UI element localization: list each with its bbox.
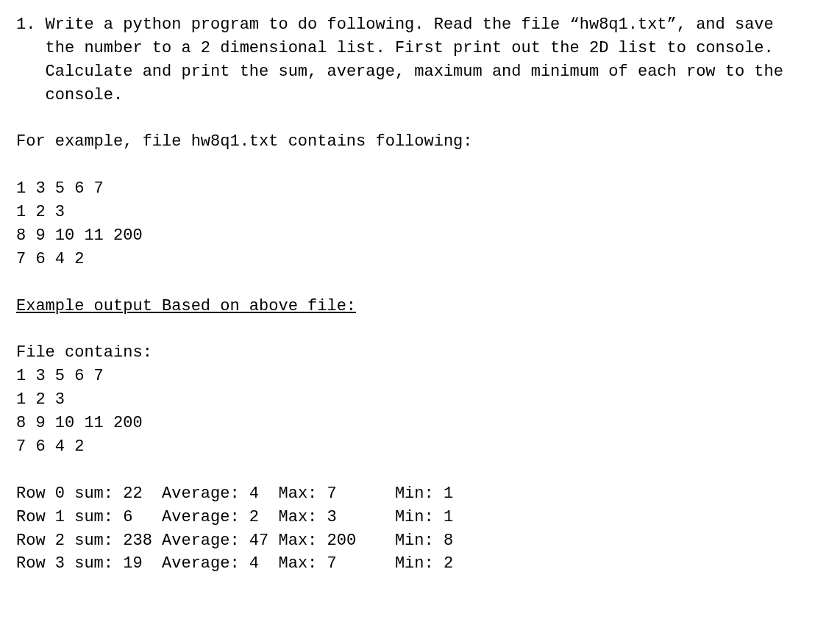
file-input-line: 1 3 5 6 7 xyxy=(16,177,799,201)
table-row: Row 3 sum: 19 Average: 4 Max: 7 Min: 2 xyxy=(16,552,453,576)
example-intro: For example, file hw8q1.txt contains fol… xyxy=(16,130,799,154)
table-row: Row 1 sum: 6 Average: 2 Max: 3 Min: 1 xyxy=(16,506,453,529)
table-row: Row 2 sum: 238 Average: 47 Max: 200 Min:… xyxy=(16,529,453,553)
spacer xyxy=(16,107,799,131)
stat-min: Min: 2 xyxy=(395,552,453,576)
file-output-line: 8 9 10 11 200 xyxy=(16,412,799,435)
stat-min: Min: 1 xyxy=(395,506,453,529)
stat-row-sum: Row 0 sum: 22 xyxy=(16,482,162,506)
question-number: 1. xyxy=(16,13,46,37)
file-input-line: 1 2 3 xyxy=(16,201,799,224)
table-row: Row 0 sum: 22 Average: 4 Max: 7 Min: 1 xyxy=(16,482,453,506)
stat-min: Min: 8 xyxy=(395,529,453,553)
stat-max: Max: 3 xyxy=(278,506,394,529)
spacer xyxy=(16,271,799,295)
stat-average: Average: 4 xyxy=(162,552,278,576)
file-input-block: 1 3 5 6 7 1 2 3 8 9 10 11 200 7 6 4 2 xyxy=(16,177,799,271)
stat-max: Max: 7 xyxy=(278,552,394,576)
question-text: Write a python program to do following. … xyxy=(46,13,799,107)
output-heading: Example output Based on above file: xyxy=(16,295,799,318)
stat-average: Average: 47 xyxy=(162,529,278,553)
file-input-line: 7 6 4 2 xyxy=(16,248,799,271)
spacer xyxy=(16,154,799,177)
file-output-line: 1 3 5 6 7 xyxy=(16,365,799,388)
stat-average: Average: 4 xyxy=(162,482,278,506)
stat-row-sum: Row 3 sum: 19 xyxy=(16,552,162,576)
file-input-line: 8 9 10 11 200 xyxy=(16,224,799,248)
stat-row-sum: Row 2 sum: 238 xyxy=(16,529,162,553)
stat-average: Average: 2 xyxy=(162,506,278,529)
stats-table: Row 0 sum: 22 Average: 4 Max: 7 Min: 1 R… xyxy=(16,482,453,576)
stat-row-sum: Row 1 sum: 6 xyxy=(16,506,162,529)
file-output-line: 1 2 3 xyxy=(16,388,799,412)
file-output-block: 1 3 5 6 7 1 2 3 8 9 10 11 200 7 6 4 2 xyxy=(16,365,799,459)
file-contains-label: File contains: xyxy=(16,341,799,365)
spacer xyxy=(16,459,799,482)
question-block: 1. Write a python program to do followin… xyxy=(16,13,799,107)
stat-max: Max: 200 xyxy=(278,529,394,553)
file-output-line: 7 6 4 2 xyxy=(16,435,799,459)
spacer xyxy=(16,318,799,342)
stat-min: Min: 1 xyxy=(395,482,453,506)
stat-max: Max: 7 xyxy=(278,482,394,506)
